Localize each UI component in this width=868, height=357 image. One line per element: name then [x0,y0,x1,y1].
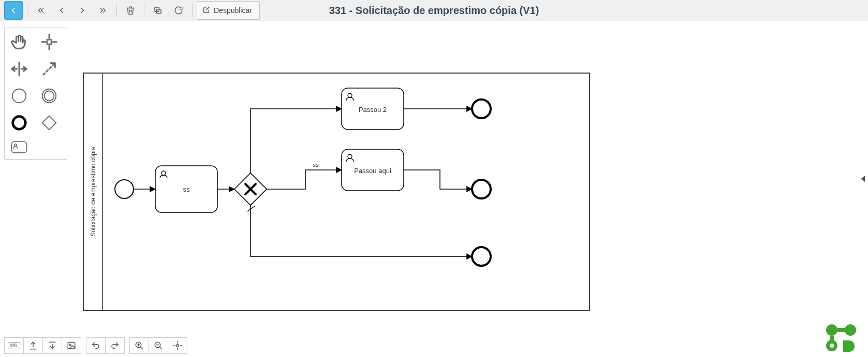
svg-line-37 [159,347,162,349]
gateway-tool[interactable] [38,111,61,134]
end-event-1[interactable] [472,99,491,118]
user-task-ss[interactable]: ss [155,166,217,212]
page-title: 331 - Solicitação de emprestimo cópia (V… [329,5,539,17]
task-label: ss [183,185,190,193]
end-event-2[interactable] [472,180,491,198]
svg-point-29 [472,247,491,266]
user-task-passou2[interactable]: Passou 2 [342,88,404,130]
redo-button[interactable] [105,337,125,354]
svg-rect-14 [42,116,56,130]
next-button[interactable] [73,1,92,20]
start-event-tool[interactable] [8,84,31,107]
top-toolbar: Despublicar 331 - Solicitação de emprest… [0,0,868,21]
end-event-3[interactable] [472,247,491,266]
svg-point-39 [176,345,179,347]
separator [27,4,27,17]
task-label: Passou aqui [354,167,391,175]
svg-point-10 [12,89,26,103]
svg-point-12 [45,91,54,101]
svg-rect-6 [47,40,52,45]
svg-point-28 [472,180,491,198]
connect-tool[interactable] [38,58,61,80]
undo-button[interactable] [86,337,106,354]
user-task-passou-aqui[interactable]: Passou aqui [342,149,404,191]
download-xml-button[interactable]: XML [4,337,24,354]
image-export-button[interactable] [62,337,81,354]
end-event-tool[interactable] [8,111,31,134]
refresh-button[interactable] [169,1,188,20]
intermediate-event-tool[interactable] [38,84,61,107]
svg-rect-30 [68,342,75,349]
start-event[interactable] [115,180,134,198]
svg-point-19 [115,180,134,198]
separator [116,4,117,17]
bpmn-palette [4,27,67,160]
share-icon [202,6,211,16]
svg-point-45 [845,324,856,336]
edge-label-ss: ss [313,162,319,168]
zoom-in-button[interactable] [129,337,149,354]
svg-point-44 [826,324,837,336]
app-logo [822,323,859,352]
copy-button[interactable] [149,1,167,20]
back-button[interactable] [4,1,23,20]
last-button[interactable] [94,1,112,20]
svg-point-48 [830,344,834,348]
right-panel-toggle[interactable] [859,163,868,194]
svg-rect-46 [837,328,845,332]
pool-label: Solicitação de emprestimo cópia [90,147,97,236]
svg-point-27 [472,99,491,118]
unpublish-label: Despublicar [214,6,252,15]
unpublish-button[interactable]: Despublicar [197,1,260,20]
hand-tool[interactable] [8,31,31,53]
delete-button[interactable] [121,1,140,20]
separator [144,4,144,17]
svg-point-31 [69,344,71,346]
bpmn-canvas[interactable]: Solicitação de emprestimo cópia ss Passo… [83,73,852,326]
zoom-out-button[interactable] [149,337,168,354]
separator [192,4,193,17]
space-tool[interactable] [8,58,31,80]
task-label: Passou 2 [359,106,387,113]
svg-point-13 [13,117,26,130]
bottom-toolbar: XML [4,337,187,354]
import-button[interactable] [42,337,62,354]
first-button[interactable] [32,1,50,20]
user-task-tool[interactable] [8,138,31,156]
svg-line-33 [140,347,143,349]
svg-rect-49 [830,336,834,341]
lasso-tool[interactable] [38,31,61,53]
xml-badge: XML [8,342,20,349]
export-button[interactable] [23,337,43,354]
prev-button[interactable] [52,1,71,20]
zoom-fit-button[interactable] [168,337,187,354]
